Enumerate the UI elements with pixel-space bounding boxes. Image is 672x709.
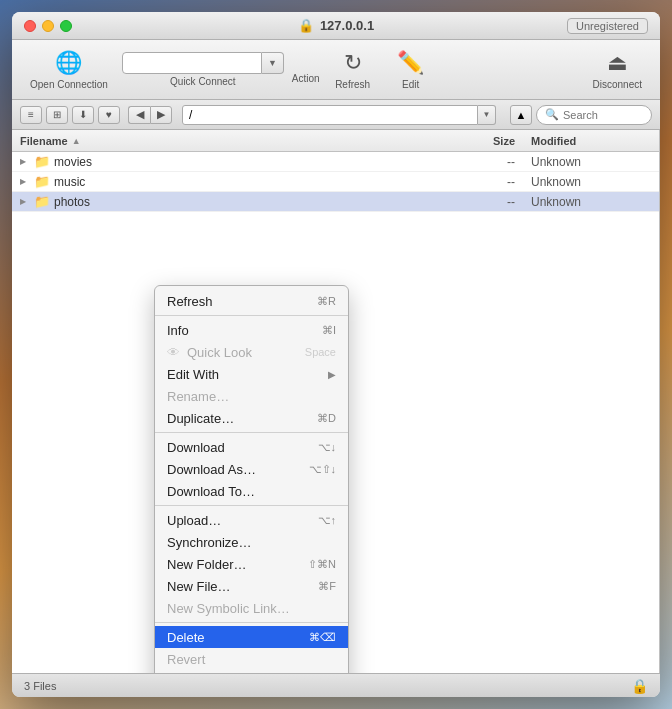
menu-item-download-to[interactable]: Download To… (155, 480, 348, 502)
menu-item-upload[interactable]: Upload… ⌥↑ (155, 509, 348, 531)
search-icon: 🔍 (545, 108, 559, 121)
unregistered-badge: Unregistered (567, 18, 648, 34)
menu-shortcut-upload: ⌥↑ (318, 514, 337, 527)
quick-connect-area: ▼ (122, 52, 284, 74)
menu-label-refresh: Refresh (167, 294, 309, 309)
menu-item-new-symlink[interactable]: New Symbolic Link… (155, 597, 348, 619)
pathbar: ≡ ⊞ ⬇ ♥ ◀ ▶ ▼ ▲ 🔍 (12, 100, 660, 130)
disconnect-button[interactable]: ⏏ Disconnect (587, 46, 648, 94)
menu-shortcut-new-file: ⌘F (318, 580, 336, 593)
menu-item-synchronize[interactable]: Synchronize… (155, 531, 348, 553)
menu-separator-1 (155, 315, 348, 316)
status-lock-icon: 🔒 (631, 678, 648, 694)
menu-label-download: Download (167, 440, 310, 455)
disconnect-icon: ⏏ (607, 50, 628, 76)
open-connection-label: Open Connection (30, 79, 108, 90)
folder-icon: 📁 (34, 194, 50, 209)
path-up-button[interactable]: ▲ (510, 105, 532, 125)
menu-shortcut-delete: ⌘⌫ (309, 631, 336, 644)
menu-item-delete[interactable]: Delete ⌘⌫ (155, 626, 348, 648)
edit-label: Edit (402, 79, 419, 90)
expand-arrow-icon: ▶ (20, 177, 30, 186)
main-window: 🔒 127.0.0.1 Unregistered 🌐 Open Connecti… (12, 12, 660, 697)
menu-item-revert[interactable]: Revert (155, 648, 348, 670)
path-input-wrapper: ▼ (182, 105, 496, 125)
menu-shortcut-download-as: ⌥⇧↓ (309, 463, 337, 476)
files-count: 3 Files (24, 680, 56, 692)
path-input[interactable] (182, 105, 478, 125)
menu-label-new-file: New File… (167, 579, 310, 594)
file-row-music[interactable]: ▶ 📁 music -- Unknown (12, 172, 659, 192)
menu-label-synchronize: Synchronize… (167, 535, 336, 550)
download-queue-button[interactable]: ⬇ (72, 106, 94, 124)
menu-label-upload: Upload… (167, 513, 310, 528)
quick-connect-dropdown[interactable]: ▼ (262, 52, 284, 74)
disconnect-label: Disconnect (593, 79, 642, 90)
edit-button[interactable]: ✏️ Edit (386, 46, 436, 94)
file-row-movies[interactable]: ▶ 📁 movies -- Unknown (12, 152, 659, 172)
menu-shortcut-info: ⌘I (322, 324, 336, 337)
menu-item-new-folder[interactable]: New Folder… ⇧⌘N (155, 553, 348, 575)
menu-label-revert: Revert (167, 652, 336, 667)
folder-icon: 📁 (34, 174, 50, 189)
menu-separator-2 (155, 432, 348, 433)
view-toggle-list-button[interactable]: ≡ (20, 106, 42, 124)
submenu-arrow-icon: ▶ (328, 369, 336, 380)
menu-shortcut-download: ⌥↓ (318, 441, 337, 454)
close-button[interactable] (24, 20, 36, 32)
menu-item-download[interactable]: Download ⌥↓ (155, 436, 348, 458)
minimize-button[interactable] (42, 20, 54, 32)
context-menu: Refresh ⌘R Info ⌘I 👁 Quick Look Space Ed… (154, 285, 349, 673)
search-input[interactable] (563, 109, 643, 121)
search-box: 🔍 (536, 105, 652, 125)
quick-connect-wrapper: ▼ Quick Connect (122, 52, 284, 87)
col-filename[interactable]: Filename ▲ (20, 135, 451, 147)
path-dropdown[interactable]: ▼ (478, 105, 496, 125)
menu-label-new-folder: New Folder… (167, 557, 300, 572)
menu-label-info: Info (167, 323, 314, 338)
menu-item-editwith[interactable]: Edit With ▶ (155, 363, 348, 385)
menu-item-download-as[interactable]: Download As… ⌥⇧↓ (155, 458, 348, 480)
menu-label-duplicate: Duplicate… (167, 411, 309, 426)
forward-button[interactable]: ▶ (150, 106, 172, 124)
menu-shortcut-refresh: ⌘R (317, 295, 336, 308)
folder-icon: 📁 (34, 154, 50, 169)
menu-label-delete: Delete (167, 630, 301, 645)
col-size[interactable]: Size (451, 135, 531, 147)
toolbar: 🌐 Open Connection ▼ Quick Connect Action… (12, 40, 660, 100)
open-connection-icon: 🌐 (55, 50, 82, 76)
menu-label-editwith: Edit With (167, 367, 328, 382)
menu-item-quicklook[interactable]: 👁 Quick Look Space (155, 341, 348, 363)
menu-shortcut-quicklook: Space (305, 346, 336, 358)
file-header: Filename ▲ Size Modified (12, 130, 659, 152)
menu-item-duplicate[interactable]: Duplicate… ⌘D (155, 407, 348, 429)
quick-connect-label: Quick Connect (170, 76, 236, 87)
back-button[interactable]: ◀ (128, 106, 150, 124)
bookmarks-button[interactable]: ♥ (98, 106, 120, 124)
maximize-button[interactable] (60, 20, 72, 32)
menu-separator-3 (155, 505, 348, 506)
menu-shortcut-new-folder: ⇧⌘N (308, 558, 336, 571)
view-toggle-column-button[interactable]: ⊞ (46, 106, 68, 124)
sort-arrow-icon: ▲ (72, 136, 81, 146)
col-modified[interactable]: Modified (531, 135, 651, 147)
menu-shortcut-duplicate: ⌘D (317, 412, 336, 425)
quick-connect-input[interactable] (122, 52, 262, 74)
menu-item-refresh[interactable]: Refresh ⌘R (155, 290, 348, 312)
menu-item-info[interactable]: Info ⌘I (155, 319, 348, 341)
eye-icon: 👁 (167, 345, 183, 360)
path-nav: ◀ ▶ (128, 106, 172, 124)
menu-label-download-to: Download To… (167, 484, 336, 499)
menu-label-new-symlink: New Symbolic Link… (167, 601, 336, 616)
file-row-photos[interactable]: ▶ 📁 photos -- Unknown (12, 192, 659, 212)
traffic-lights (24, 20, 72, 32)
edit-icon: ✏️ (397, 50, 424, 76)
refresh-button[interactable]: ↻ Refresh (328, 46, 378, 94)
menu-item-rename[interactable]: Rename… (155, 385, 348, 407)
menu-separator-4 (155, 622, 348, 623)
statusbar: 3 Files 🔒 (12, 673, 660, 697)
expand-arrow-icon: ▶ (20, 157, 30, 166)
menu-item-new-file[interactable]: New File… ⌘F (155, 575, 348, 597)
open-connection-button[interactable]: 🌐 Open Connection (24, 46, 114, 94)
menu-label-rename: Rename… (167, 389, 336, 404)
